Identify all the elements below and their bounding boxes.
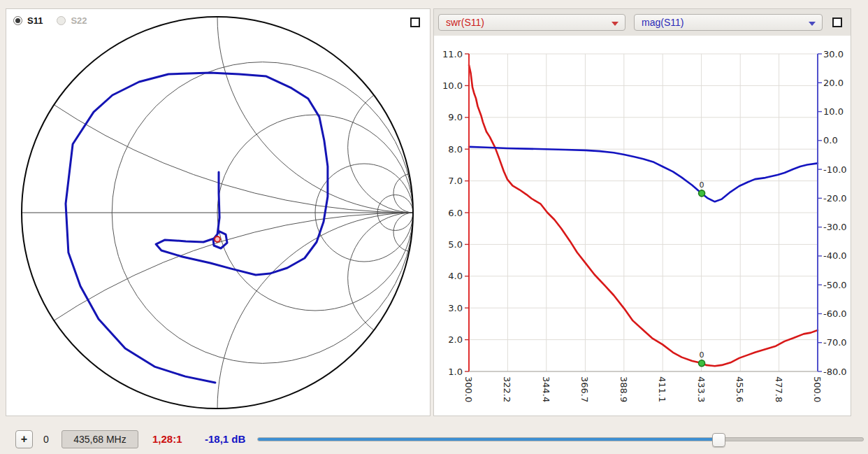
plot-gridlines xyxy=(469,54,818,371)
frequency-slider[interactable] xyxy=(257,432,864,446)
svg-text:0: 0 xyxy=(700,180,704,190)
svg-text:500.0: 500.0 xyxy=(812,376,823,402)
svg-text:1.0: 1.0 xyxy=(448,367,463,377)
svg-text:-30.0: -30.0 xyxy=(823,222,847,232)
xy-plot-panel: swr(S11) mag(S11) 11.010.09.08.07.06.05.… xyxy=(433,8,851,416)
svg-text:6.0: 6.0 xyxy=(448,208,463,218)
marker-index: 0 xyxy=(43,434,49,445)
svg-text:20.0: 20.0 xyxy=(823,78,844,88)
svg-text:477.8: 477.8 xyxy=(774,376,784,402)
mag(S11)-curve xyxy=(469,147,818,201)
svg-text:-20.0: -20.0 xyxy=(823,193,847,204)
svg-text:2.0: 2.0 xyxy=(448,334,463,345)
svg-text:7.0: 7.0 xyxy=(448,176,463,186)
svg-text:10.0: 10.0 xyxy=(823,106,844,117)
svg-text:8.0: 8.0 xyxy=(448,144,463,155)
right-trace-dropdown-value: mag(S11) xyxy=(642,15,683,30)
slider-handle[interactable] xyxy=(712,433,725,447)
svg-text:-40.0: -40.0 xyxy=(823,250,847,261)
svg-text:11.0: 11.0 xyxy=(442,49,463,59)
right-axis-ticks: 30.020.010.00.0-10.0-20.0-30.0-40.0-50.0… xyxy=(818,49,847,377)
smith-chart xyxy=(6,9,430,416)
svg-text:322.2: 322.2 xyxy=(502,376,512,402)
svg-text:0.0: 0.0 xyxy=(823,135,838,146)
svg-text:-70.0: -70.0 xyxy=(823,337,847,348)
svg-text:0: 0 xyxy=(700,350,704,360)
s11-trace xyxy=(66,73,328,383)
svg-text:388.9: 388.9 xyxy=(619,376,629,402)
svg-text:411.1: 411.1 xyxy=(657,376,667,402)
svg-text:344.4: 344.4 xyxy=(541,376,551,402)
chevron-down-icon xyxy=(809,22,816,26)
svg-text:-60.0: -60.0 xyxy=(823,308,847,319)
marker-frequency-button[interactable]: 435,68 MHz xyxy=(62,430,138,448)
marker-swr-value: 1,28:1 xyxy=(152,433,182,445)
smith-chart-panel: S11 S22 xyxy=(6,8,431,416)
marker-bar: + 0 435,68 MHz 1,28:1 -18,1 dB xyxy=(0,420,868,454)
left-axis-ticks: 11.010.09.08.07.06.05.04.03.02.01.0 xyxy=(442,49,469,377)
left-trace-dropdown-value: swr(S11) xyxy=(446,15,484,30)
svg-text:10.0: 10.0 xyxy=(442,80,463,91)
maximize-icon[interactable] xyxy=(832,17,842,27)
svg-text:5.0: 5.0 xyxy=(448,239,463,250)
smith-marker-0 xyxy=(215,236,220,242)
svg-text:433.3: 433.3 xyxy=(696,376,707,402)
svg-text:-10.0: -10.0 xyxy=(823,164,847,175)
plot-toolbar: swr(S11) mag(S11) xyxy=(434,9,851,36)
svg-text:-50.0: -50.0 xyxy=(823,280,847,290)
plot-marker-0: 0 xyxy=(699,180,705,197)
svg-text:3.0: 3.0 xyxy=(448,303,463,313)
add-marker-button[interactable]: + xyxy=(15,430,33,448)
chevron-down-icon xyxy=(612,22,619,26)
x-axis-ticks: 300.0322.2344.4366.7388.9411.1433.3455.6… xyxy=(463,376,823,402)
svg-text:300.0: 300.0 xyxy=(463,376,474,402)
left-trace-dropdown[interactable]: swr(S11) xyxy=(438,14,625,31)
svg-text:366.7: 366.7 xyxy=(579,376,590,402)
right-trace-dropdown[interactable]: mag(S11) xyxy=(634,14,823,31)
svg-text:9.0: 9.0 xyxy=(448,112,463,122)
svg-text:4.0: 4.0 xyxy=(448,271,463,281)
svg-text:30.0: 30.0 xyxy=(823,49,844,59)
xy-plot: 11.010.09.08.07.06.05.04.03.02.01.030.02… xyxy=(434,36,851,416)
plot-marker-0: 0 xyxy=(699,350,705,367)
marker-mag-value: -18,1 dB xyxy=(205,433,245,445)
slider-track[interactable] xyxy=(257,437,864,441)
slider-fill xyxy=(258,438,718,441)
svg-text:455.6: 455.6 xyxy=(735,376,745,402)
swr(S11)-curve xyxy=(469,65,818,366)
svg-text:-80.0: -80.0 xyxy=(823,367,847,377)
